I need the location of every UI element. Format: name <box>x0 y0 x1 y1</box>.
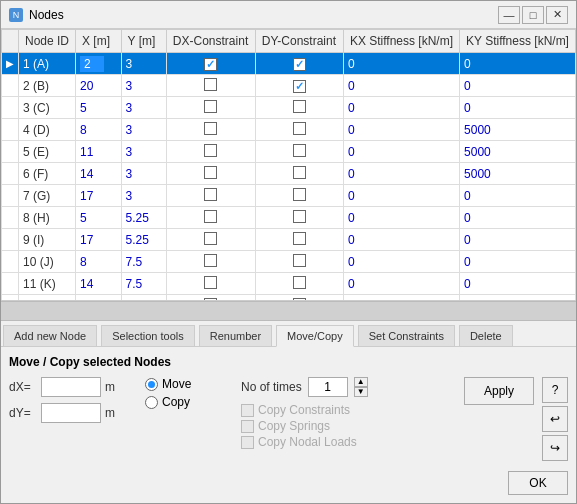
cell-dy-constraint[interactable] <box>255 119 343 141</box>
cell-dx-constraint[interactable] <box>166 229 255 251</box>
cell-dy-constraint[interactable] <box>255 75 343 97</box>
dy-input[interactable] <box>41 403 101 423</box>
cell-x[interactable]: 8 <box>76 251 121 273</box>
cell-dx-constraint[interactable] <box>166 207 255 229</box>
cell-x[interactable]: 5 <box>76 97 121 119</box>
tab-add-new-node[interactable]: Add new Node <box>3 325 97 346</box>
move-radio-row[interactable]: Move <box>145 377 225 391</box>
dx-checkbox[interactable] <box>204 166 217 179</box>
cell-dx-constraint[interactable] <box>166 273 255 295</box>
dx-checkbox[interactable] <box>204 78 217 91</box>
minimize-button[interactable]: — <box>498 6 520 24</box>
cell-y[interactable]: 5.25 <box>121 229 166 251</box>
table-row[interactable]: 5 (E)11305000 <box>2 141 576 163</box>
dy-checkbox[interactable] <box>293 100 306 113</box>
dx-checkbox[interactable] <box>204 58 217 71</box>
cell-dy-constraint[interactable] <box>255 53 343 75</box>
cell-y[interactable]: 7.5 <box>121 251 166 273</box>
tab-renumber[interactable]: Renumber <box>199 325 272 346</box>
cell-dy-constraint[interactable] <box>255 229 343 251</box>
cell-dy-constraint[interactable] <box>255 185 343 207</box>
dy-checkbox[interactable] <box>293 122 306 135</box>
cell-x[interactable]: 20 <box>76 75 121 97</box>
table-row[interactable]: 2 (B)20300 <box>2 75 576 97</box>
dx-input[interactable] <box>41 377 101 397</box>
copy-nodal-loads-row[interactable]: Copy Nodal Loads <box>241 435 368 449</box>
cell-y[interactable]: 3 <box>121 53 166 75</box>
undo-button[interactable]: ↩ <box>542 406 568 432</box>
table-row[interactable]: 8 (H)55.2500 <box>2 207 576 229</box>
cell-y[interactable]: 3 <box>121 97 166 119</box>
tab-move-copy[interactable]: Move/Copy <box>276 325 354 347</box>
dy-checkbox[interactable] <box>293 210 306 223</box>
table-row[interactable]: 3 (C)5300 <box>2 97 576 119</box>
table-row[interactable]: ▶1 (A)2300 <box>2 53 576 75</box>
dx-checkbox[interactable] <box>204 144 217 157</box>
dy-checkbox[interactable] <box>293 80 306 93</box>
copy-springs-row[interactable]: Copy Springs <box>241 419 368 433</box>
tab-delete[interactable]: Delete <box>459 325 513 346</box>
cell-y[interactable]: 3 <box>121 163 166 185</box>
cell-dx-constraint[interactable] <box>166 75 255 97</box>
table-row[interactable]: 6 (F)14305000 <box>2 163 576 185</box>
cell-dy-constraint[interactable] <box>255 273 343 295</box>
copy-constraints-row[interactable]: Copy Constraints <box>241 403 368 417</box>
dx-checkbox[interactable] <box>204 210 217 223</box>
tab-selection-tools[interactable]: Selection tools <box>101 325 195 346</box>
dx-checkbox[interactable] <box>204 188 217 201</box>
dx-checkbox[interactable] <box>204 254 217 267</box>
cell-y[interactable]: 3 <box>121 119 166 141</box>
cell-x[interactable]: 14 <box>76 273 121 295</box>
cell-y[interactable]: 7.5 <box>121 273 166 295</box>
dx-checkbox[interactable] <box>204 276 217 289</box>
dy-checkbox[interactable] <box>293 232 306 245</box>
dx-checkbox[interactable] <box>204 232 217 245</box>
cell-dy-constraint[interactable] <box>255 163 343 185</box>
apply-button[interactable]: Apply <box>464 377 534 405</box>
dy-checkbox[interactable] <box>293 58 306 71</box>
cell-dy-constraint[interactable] <box>255 97 343 119</box>
cell-x[interactable]: 14 <box>76 163 121 185</box>
tab-set-constraints[interactable]: Set Constraints <box>358 325 455 346</box>
cell-dy-constraint[interactable] <box>255 141 343 163</box>
cell-x[interactable]: 11 <box>76 141 121 163</box>
spinner-up[interactable]: ▲ <box>354 377 368 387</box>
cell-dy-constraint[interactable] <box>255 251 343 273</box>
table-row[interactable]: 7 (G)17300 <box>2 185 576 207</box>
move-radio[interactable] <box>145 378 158 391</box>
dy-checkbox[interactable] <box>293 254 306 267</box>
table-row[interactable]: 11 (K)147.500 <box>2 273 576 295</box>
maximize-button[interactable]: □ <box>522 6 544 24</box>
copy-radio-row[interactable]: Copy <box>145 395 225 409</box>
dx-checkbox[interactable] <box>204 122 217 135</box>
cell-dx-constraint[interactable] <box>166 119 255 141</box>
copy-constraints-checkbox[interactable] <box>241 404 254 417</box>
table-row[interactable]: 10 (J)87.500 <box>2 251 576 273</box>
cell-dx-constraint[interactable] <box>166 97 255 119</box>
help-button[interactable]: ? <box>542 377 568 403</box>
dy-checkbox[interactable] <box>293 188 306 201</box>
cell-y[interactable]: 5.25 <box>121 207 166 229</box>
dx-checkbox[interactable] <box>204 100 217 113</box>
copy-radio[interactable] <box>145 396 158 409</box>
cell-dx-constraint[interactable] <box>166 185 255 207</box>
table-row[interactable]: 4 (D)8305000 <box>2 119 576 141</box>
cell-x[interactable]: 2 <box>76 53 121 75</box>
no-times-input[interactable] <box>308 377 348 397</box>
table-row[interactable]: 9 (I)175.2500 <box>2 229 576 251</box>
cell-y[interactable]: 3 <box>121 185 166 207</box>
cell-dy-constraint[interactable] <box>255 207 343 229</box>
spinner-down[interactable]: ▼ <box>354 387 368 397</box>
close-button[interactable]: ✕ <box>546 6 568 24</box>
copy-nodal-loads-checkbox[interactable] <box>241 436 254 449</box>
cell-y[interactable]: 3 <box>121 75 166 97</box>
cell-dx-constraint[interactable] <box>166 163 255 185</box>
cell-x[interactable]: 5 <box>76 207 121 229</box>
copy-springs-checkbox[interactable] <box>241 420 254 433</box>
dy-checkbox[interactable] <box>293 144 306 157</box>
cell-x[interactable]: 17 <box>76 229 121 251</box>
cell-y[interactable]: 3 <box>121 141 166 163</box>
dy-checkbox[interactable] <box>293 166 306 179</box>
cell-dx-constraint[interactable] <box>166 251 255 273</box>
cell-x[interactable]: 8 <box>76 119 121 141</box>
